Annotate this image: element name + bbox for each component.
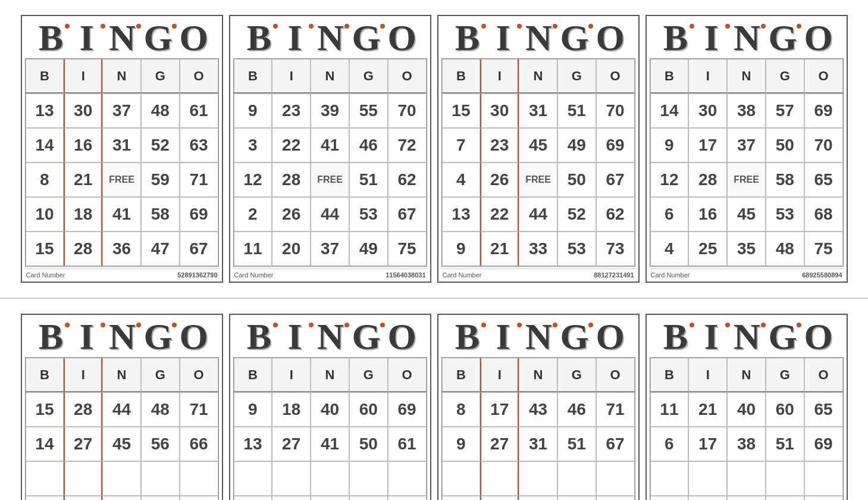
bingo-cell: 70 [596,93,635,128]
bingo-col-header: N [311,358,349,392]
bingo-cell: 44 [519,197,557,232]
bingo-cell: 69 [596,128,635,162]
bingo-cell [102,496,141,500]
bingo-cell [442,496,481,500]
bingo-cell: 65 [804,392,843,427]
bingo-cell: 39 [311,93,349,128]
bingo-col-header: G [557,59,596,93]
bingo-cell: 41 [311,427,349,461]
bingo-cell [26,461,64,496]
bingo-col-header: O [596,59,635,93]
bingo-cell: 23 [272,93,311,128]
card-number-label: Card Number [443,271,482,279]
bingo-cell: 16 [64,128,102,162]
bingo-cell: 49 [557,128,596,162]
bingo-cell: 3 [234,128,272,162]
bingo-cell: 69 [804,93,843,128]
bingo-col-header: O [388,59,427,93]
bingo-cell: 21 [480,232,519,266]
bingo-cell: 52 [141,128,180,162]
bingo-cell: 37 [311,232,349,266]
bingo-cell: 11 [650,392,689,427]
card-footer: Card Number11564038031 [233,268,427,279]
bingo-cell: 35 [727,232,766,266]
bingo-letter-i: I [277,318,312,355]
bingo-cell: 30 [64,93,102,128]
bingo-col-header: G [349,358,388,392]
bingo-cell: 14 [650,93,689,128]
bingo-col-header: G [766,59,804,93]
bingo-cell: 43 [519,392,557,427]
bingo-letter-g: G [764,318,800,355]
bingo-cell: 13 [26,93,64,128]
bingo-letter-n: N [312,318,348,355]
bingo-cell [180,496,218,500]
bingo-col-header: N [519,59,557,93]
bingo-cell: 53 [557,232,596,266]
bingo-letter-g: G [556,318,592,355]
bingo-cell: 71 [180,392,218,427]
bingo-card: BINGOBINGO14303857699173750701228FREE586… [645,15,848,283]
bingo-grid: BINGO1121406065617385169 [650,357,844,500]
bingo-cell: 50 [766,128,804,162]
bingo-cell: 58 [766,162,804,197]
bingo-cell [480,461,519,496]
row2-section: BINGOBINGO15284448711427455666Card Numbe… [0,298,868,500]
bingo-cell: 7 [442,128,481,162]
bingo-letter-b: B [241,19,277,56]
bingo-cell: 69 [180,197,218,232]
bingo-cell [650,461,689,496]
bingo-col-header: N [727,358,766,392]
bingo-cell: 21 [64,162,102,197]
bingo-cell: 41 [102,197,141,232]
bingo-cell: 72 [388,128,427,162]
bingo-cell: 51 [557,427,596,461]
bingo-cell: 13 [442,197,481,232]
bingo-cell [596,496,635,500]
bingo-letter-n: N [729,318,764,355]
bingo-cell: 31 [519,93,557,128]
bingo-letter-b: B [657,318,693,355]
bingo-cell [480,496,519,500]
bingo-letter-i: I [277,19,312,56]
bingo-cell: 75 [388,232,427,266]
bingo-cell [64,496,102,500]
bingo-col-header: B [650,59,689,93]
bingo-cell: 66 [180,427,218,461]
bingo-cell: 46 [349,128,388,162]
bingo-cell: 17 [480,392,519,427]
bingo-card: BINGOBINGO1530315170723454969426FREE5067… [437,15,640,283]
bingo-cell: 45 [727,197,766,232]
bingo-cell: 36 [102,232,141,266]
bingo-cell [519,461,557,496]
bingo-cell: 33 [519,232,557,266]
bingo-cell: 49 [349,232,388,266]
bingo-cell [519,496,557,500]
bingo-cell: 62 [388,162,427,197]
bingo-card: BINGOBINGO1121406065617385169Card Number [645,314,848,500]
bingo-letter-g: G [348,19,384,56]
bingo-col-header: O [804,358,843,392]
bingo-col-header: G [141,358,180,392]
bingo-cell: 30 [688,93,727,128]
bingo-cell [688,461,727,496]
bingo-cell [272,496,311,500]
card-footer: Card Number88127231491 [441,268,635,279]
bingo-cell [26,496,64,500]
bingo-header: BINGO [233,318,427,355]
bingo-col-header: I [64,59,102,93]
bingo-cell: 67 [388,197,427,232]
bingo-cell: 21 [688,392,727,427]
bingo-cell: 44 [311,197,349,232]
bingo-cell: 62 [596,197,635,232]
bingo-cell: 13 [234,427,272,461]
bingo-cell: 11 [234,232,272,266]
bingo-letter-n: N [104,19,140,56]
bingo-cell: 28 [688,162,727,197]
bingo-cell: 40 [311,392,349,427]
bingo-grid: BINGO15284448711427455666 [25,357,219,500]
bingo-cell: 38 [727,427,766,461]
bingo-cell: 15 [442,93,481,128]
bingo-cell: 23 [480,128,519,162]
bingo-cell [141,461,180,496]
